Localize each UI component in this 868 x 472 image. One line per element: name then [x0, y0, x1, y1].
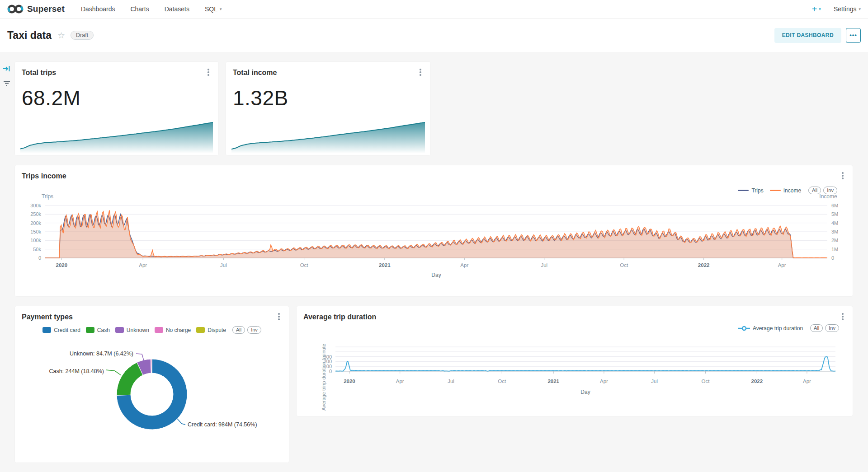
superset-logo[interactable]: Superset	[7, 4, 65, 14]
nav-item-datasets[interactable]: Datasets	[165, 5, 189, 13]
plus-icon: +	[812, 5, 817, 14]
svg-text:Income: Income	[819, 193, 837, 200]
chevron-down-icon: ▾	[220, 7, 222, 11]
chart-title: Average trip duration	[303, 313, 376, 321]
top-navbar: Superset Dashboards Charts Datasets SQL▾…	[0, 0, 868, 19]
svg-text:Apr: Apr	[460, 262, 468, 268]
legend-item-trips[interactable]: Trips	[738, 187, 763, 194]
expand-filter-panel-icon[interactable]	[3, 65, 11, 73]
legend-pill-inv[interactable]: Inv	[823, 187, 837, 194]
chart-card-total-income: Total income 1.32B	[226, 62, 430, 155]
svg-text:Apr: Apr	[600, 379, 608, 384]
legend-pill-inv[interactable]: Inv	[825, 324, 839, 332]
svg-text:0: 0	[38, 255, 41, 261]
svg-text:2022: 2022	[698, 262, 710, 268]
nav-item-charts[interactable]: Charts	[130, 5, 149, 13]
kebab-menu-icon[interactable]	[839, 313, 846, 321]
chevron-down-icon: ▾	[819, 7, 821, 11]
donut-slice-label: Credit card: 984M (74.56%)	[188, 421, 257, 428]
chart-title: Total trips	[22, 69, 56, 77]
svg-text:2M: 2M	[831, 238, 838, 243]
svg-text:Jul: Jul	[651, 379, 658, 384]
svg-text:2020: 2020	[344, 379, 355, 384]
svg-text:2020: 2020	[56, 262, 68, 268]
svg-text:Oct: Oct	[300, 262, 309, 268]
kebab-menu-icon[interactable]	[417, 68, 424, 76]
edit-dashboard-button[interactable]: EDIT DASHBOARD	[774, 28, 841, 43]
svg-text:150k: 150k	[30, 229, 41, 234]
kebab-menu-icon[interactable]	[839, 172, 846, 180]
svg-text:Day: Day	[431, 272, 441, 278]
svg-text:1M: 1M	[831, 247, 838, 252]
sparkline-total-income	[231, 120, 425, 153]
svg-text:Oct: Oct	[701, 379, 710, 384]
svg-text:Average trinp duration (minute: Average trinp duration (minute	[321, 344, 326, 411]
legend-line-circle-marker	[738, 326, 750, 331]
dashboard-header: Taxi data ☆ Draft EDIT DASHBOARD •••	[0, 19, 868, 52]
brand-name: Superset	[27, 4, 65, 14]
svg-text:6M: 6M	[831, 203, 838, 208]
svg-text:Jul: Jul	[541, 262, 547, 268]
favorite-star-icon[interactable]: ☆	[57, 30, 65, 41]
legend-item-income[interactable]: Income	[770, 187, 801, 194]
nav-item-sql[interactable]: SQL▾	[205, 5, 222, 13]
svg-text:Apr: Apr	[396, 379, 404, 384]
kpi-value: 68.2M	[22, 86, 80, 110]
svg-text:Apr: Apr	[139, 262, 147, 268]
svg-text:300k: 300k	[30, 203, 41, 208]
chart-card-trips-income: Trips income TripsIncomeAllInv 300k6M250…	[15, 165, 853, 296]
kebab-menu-icon[interactable]	[205, 68, 212, 76]
nav-item-dashboards[interactable]: Dashboards	[81, 5, 115, 13]
chart-card-avg-trip-duration: Average trip duration Average trip durat…	[297, 306, 853, 416]
svg-text:2022: 2022	[751, 379, 763, 384]
settings-menu[interactable]: Settings▾	[834, 5, 861, 13]
donut-slice-label: Cash: 244M (18.48%)	[49, 368, 104, 374]
chevron-down-icon: ▾	[859, 7, 861, 11]
svg-text:0: 0	[329, 369, 332, 374]
filter-bar	[3, 65, 11, 87]
legend-item-average-trip-duration[interactable]: Average trip duration	[738, 325, 803, 332]
sparkline-total-trips	[20, 120, 213, 153]
page-title: Taxi data	[7, 29, 52, 42]
trips-income-chart[interactable]: 300k6M250k5M200k4M150k3M100k2M50k1M00Tri…	[15, 165, 853, 296]
svg-text:250k: 250k	[30, 211, 41, 217]
chart-card-payment-types: Payment types Credit cardCashUnknownNo c…	[15, 306, 289, 463]
svg-text:Jul: Jul	[448, 379, 454, 384]
svg-text:0: 0	[831, 255, 834, 261]
legend-pill-all[interactable]: All	[808, 187, 821, 194]
svg-text:Oct: Oct	[498, 379, 506, 384]
svg-text:2021: 2021	[547, 379, 559, 384]
svg-text:Trips: Trips	[42, 193, 53, 200]
svg-text:2021: 2021	[379, 262, 391, 268]
svg-text:Oct: Oct	[620, 262, 628, 268]
svg-text:5M: 5M	[831, 211, 838, 217]
legend-line-marker	[770, 190, 781, 191]
kpi-value: 1.32B	[233, 86, 288, 110]
svg-text:Apr: Apr	[778, 262, 786, 268]
avg-trip-duration-chart[interactable]: 01002003002020AprJulOct2021AprJulOct2022…	[297, 306, 853, 416]
svg-text:200k: 200k	[30, 220, 41, 226]
svg-text:Day: Day	[580, 389, 590, 395]
more-options-button[interactable]: •••	[846, 28, 861, 43]
legend-avg-trip-duration: Average trip durationAllInv	[738, 324, 839, 332]
legend-trips-income: TripsIncomeAllInv	[738, 187, 837, 194]
svg-text:50k: 50k	[33, 247, 41, 252]
payment-types-donut-chart[interactable]: Unknown: 84.7M (6.42%)Cash: 244M (18.48%…	[15, 306, 289, 463]
infinity-logo-icon	[7, 4, 24, 14]
status-badge: Draft	[71, 31, 94, 40]
chart-title: Trips income	[22, 172, 66, 180]
legend-pill-all[interactable]: All	[810, 324, 823, 332]
svg-text:3M: 3M	[831, 229, 838, 234]
chart-card-total-trips: Total trips 68.2M	[15, 62, 218, 155]
svg-text:Apr: Apr	[803, 379, 811, 384]
legend-line-marker	[738, 190, 749, 191]
svg-text:Jul: Jul	[220, 262, 227, 268]
new-item-button[interactable]: + ▾	[812, 5, 821, 14]
svg-text:4M: 4M	[831, 220, 838, 226]
chart-title: Total income	[233, 69, 277, 77]
filter-funnel-icon[interactable]	[3, 79, 11, 87]
svg-text:100k: 100k	[30, 238, 41, 243]
donut-slice-label: Unknown: 84.7M (6.42%)	[70, 350, 133, 357]
